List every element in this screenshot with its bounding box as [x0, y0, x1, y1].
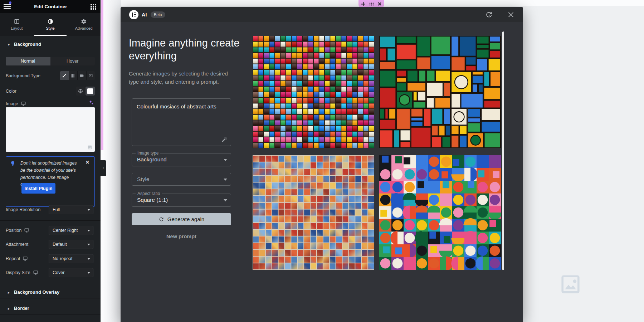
close-icon[interactable] — [508, 12, 514, 18]
state-hover-label: Hover — [67, 59, 78, 64]
tab-layout[interactable]: Layout — [0, 13, 34, 36]
state-hover-button[interactable]: Hover — [50, 57, 95, 65]
attachment-select[interactable]: Default — [49, 240, 93, 249]
display-size-value: Cover — [53, 270, 64, 275]
responsive-monitor-icon[interactable] — [24, 228, 29, 233]
aspect-ratio-select[interactable]: Aspect ratio Square (1:1) — [132, 194, 231, 207]
ai-modal: AI Beta Imagine anything create everythi… — [121, 7, 523, 322]
slideshow-background-icon[interactable] — [87, 71, 95, 80]
aspect-ratio-label: Aspect ratio — [136, 191, 162, 196]
image-resolution-value: Full — [53, 207, 60, 212]
elementor-logo-icon — [129, 10, 138, 19]
section-background-header[interactable]: ▾Background — [0, 38, 101, 50]
video-background-icon[interactable] — [78, 71, 87, 80]
repeat-label: Repeat — [6, 254, 28, 263]
add-container-icon[interactable] — [361, 2, 365, 6]
image-preview-box[interactable] — [6, 107, 95, 152]
responsive-monitor-icon[interactable] — [21, 102, 26, 106]
ai-modal-header: AI Beta — [121, 7, 523, 22]
history-icon[interactable] — [485, 11, 492, 18]
gear-icon — [81, 19, 87, 24]
install-plugin-button[interactable]: Install Plugin — [21, 183, 55, 194]
elementor-panel: Edit Container Layout Style Advanced ▾Ba… — [0, 0, 101, 322]
position-value: Center Right — [53, 228, 78, 233]
section-background-overlay-header[interactable]: ▸Background Overlay — [0, 286, 101, 298]
magic-wand-icon[interactable] — [221, 136, 227, 142]
gallery-scrollbar[interactable] — [502, 31, 504, 270]
panel-topbar: Edit Container — [0, 0, 101, 13]
section-border-header[interactable]: ▸Border — [0, 302, 101, 314]
image-resolution-label: Image Resolution — [6, 205, 40, 214]
notice-close-icon[interactable]: ✕ — [86, 160, 89, 165]
lightbulb-icon — [10, 161, 15, 166]
chevron-down-icon — [224, 159, 227, 161]
generated-image-4[interactable] — [379, 155, 501, 270]
image-placeholder-icon — [87, 145, 92, 150]
generate-again-label: Generate again — [167, 216, 204, 222]
background-type-label: Background Type — [6, 71, 40, 80]
ai-title: AI — [142, 12, 147, 18]
responsive-monitor-icon[interactable] — [23, 257, 28, 261]
global-color-icon[interactable] — [76, 87, 85, 96]
repeat-value: No-repeat — [53, 256, 73, 261]
prompt-textarea[interactable]: Colourful mosiacs of abstract arts — [132, 98, 231, 146]
background-type-options — [60, 71, 95, 80]
display-size-label: Display Size — [6, 268, 38, 277]
display-size-select[interactable]: Cover — [49, 268, 93, 277]
section-border-title: Border — [14, 306, 29, 311]
menu-icon[interactable] — [4, 4, 11, 9]
ai-description: Generate images by selecting the desired… — [129, 70, 236, 86]
image-type-select[interactable]: Image type Background — [132, 153, 231, 166]
ai-sparkle-icon[interactable] — [88, 100, 94, 105]
ai-heading: Imagine anything create everything — [129, 37, 240, 62]
caret-down-icon: ▾ — [8, 39, 10, 50]
image-resolution-select[interactable]: Full — [49, 205, 93, 214]
classic-background-icon[interactable] — [60, 71, 69, 80]
tab-advanced-label: Advanced — [75, 26, 93, 30]
optimizer-notice: Don't let unoptimized images be the down… — [6, 156, 95, 207]
image-type-value: Background — [137, 156, 167, 163]
tab-style[interactable]: Style — [34, 13, 67, 36]
style-select[interactable]: Style — [132, 173, 231, 186]
responsive-monitor-icon[interactable] — [33, 270, 38, 275]
drag-container-icon[interactable] — [369, 3, 374, 6]
position-select[interactable]: Center Right — [49, 226, 93, 235]
generated-image-3[interactable] — [253, 155, 374, 270]
attachment-value: Default — [53, 242, 67, 247]
state-normal-label: Normal — [21, 59, 35, 64]
panel-collapse-button[interactable]: ‹ — [101, 160, 106, 176]
refresh-icon — [158, 216, 164, 222]
prompt-value: Colourful mosiacs of abstract arts — [137, 103, 223, 110]
repeat-select[interactable]: No-repeat — [49, 254, 93, 263]
position-label: Position — [6, 226, 29, 235]
state-normal-button[interactable]: Normal — [6, 57, 50, 65]
aspect-ratio-value: Square (1:1) — [137, 197, 168, 203]
tab-style-label: Style — [46, 26, 54, 30]
notification-dot — [9, 1, 11, 4]
section-background-overlay-title: Background Overlay — [14, 289, 59, 295]
layout-icon — [14, 19, 20, 24]
color-swatch — [87, 88, 93, 94]
panel-tabs: Layout Style Advanced — [0, 13, 101, 36]
caret-right-icon: ▸ — [8, 287, 10, 298]
remove-container-icon[interactable] — [378, 2, 381, 6]
widgets-grid-icon[interactable] — [91, 4, 96, 10]
style-icon — [48, 19, 53, 24]
caret-right-icon: ▸ — [8, 303, 10, 314]
state-toggle: Normal Hover — [6, 57, 95, 65]
section-background-title: Background — [14, 42, 41, 47]
generate-again-button[interactable]: Generate again — [132, 213, 231, 225]
generated-image-2[interactable] — [379, 36, 501, 148]
container-handle[interactable] — [358, 0, 384, 8]
tab-layout-label: Layout — [11, 26, 23, 30]
color-label: Color — [6, 87, 16, 96]
chevron-down-icon — [224, 199, 227, 201]
gradient-background-icon[interactable] — [69, 71, 78, 80]
tab-advanced[interactable]: Advanced — [67, 13, 101, 36]
generated-image-1[interactable] — [253, 36, 374, 148]
new-prompt-link[interactable]: New prompt — [132, 234, 231, 239]
attachment-label: Attachment — [6, 240, 28, 249]
panel-title: Edit Container — [11, 4, 91, 9]
selected-container-outline — [101, 0, 103, 150]
color-swatch-button[interactable] — [86, 87, 95, 96]
